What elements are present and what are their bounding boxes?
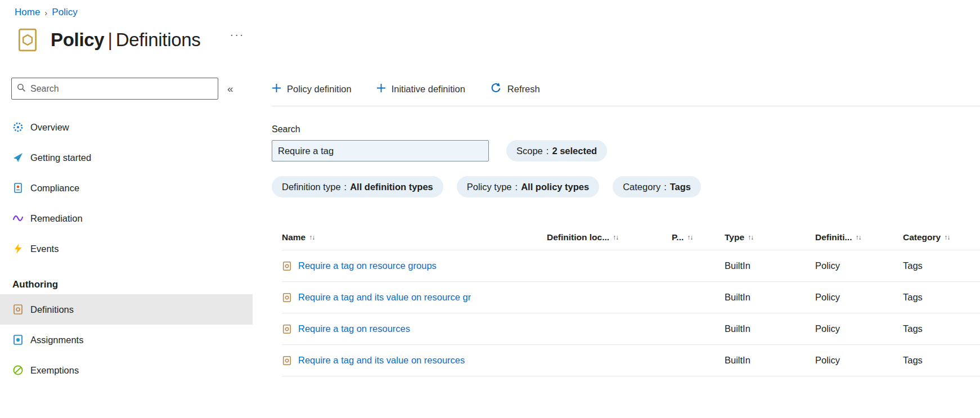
sort-icon: ↑↓: [309, 233, 314, 241]
breadcrumb-separator-icon: ›: [44, 8, 47, 17]
filter-search-label: Search: [272, 124, 980, 134]
remediation-icon: [12, 213, 24, 224]
refresh-icon: [490, 82, 502, 96]
type-cell: BuiltIn: [725, 323, 815, 334]
breadcrumb-home-link[interactable]: Home: [15, 7, 40, 18]
refresh-button[interactable]: Refresh: [490, 82, 540, 96]
initiative-definition-button[interactable]: Initiative definition: [376, 83, 465, 95]
compliance-icon: [12, 182, 24, 194]
table-row[interactable]: Require a tag on resource groups BuiltIn…: [282, 250, 980, 282]
table-row[interactable]: Require a tag on resources BuiltIn Polic…: [282, 313, 980, 345]
policy-type-filter-pill[interactable]: Policy type : All policy types: [457, 176, 599, 197]
definition-name-link[interactable]: Require a tag and its value on resource …: [298, 292, 471, 303]
definitions-icon: [12, 304, 24, 315]
sort-icon: ↑↓: [687, 233, 693, 241]
definition-type-cell: Policy: [815, 292, 903, 303]
sidebar-item-label: Getting started: [30, 152, 91, 163]
definition-name-link[interactable]: Require a tag and its value on resources: [298, 355, 465, 366]
sidebar-item-label: Remediation: [30, 213, 83, 224]
category-cell: Tags: [903, 260, 980, 271]
search-icon: [17, 83, 26, 95]
policy-icon: [15, 27, 41, 53]
sidebar-searchbox[interactable]: [11, 78, 218, 100]
sidebar-item-label: Definitions: [30, 304, 74, 315]
definition-type-filter-pill[interactable]: Definition type : All definition types: [272, 176, 443, 197]
definition-type-cell: Policy: [815, 355, 903, 366]
filter-search-input[interactable]: [272, 140, 489, 161]
main-content: Policy definition Initiative definition …: [253, 78, 980, 376]
assignments-icon: [12, 334, 24, 345]
column-header-policies[interactable]: P...↑↓: [672, 232, 725, 242]
sidebar-collapse-button[interactable]: «: [227, 83, 233, 95]
policy-definition-icon: [282, 324, 292, 334]
category-filter-pill[interactable]: Category : Tags: [613, 176, 701, 197]
sort-icon: ↑↓: [944, 233, 950, 241]
sort-icon: ↑↓: [855, 233, 861, 241]
table-row[interactable]: Require a tag and its value on resource …: [282, 282, 980, 313]
table-row[interactable]: Require a tag and its value on resources…: [282, 345, 980, 376]
type-cell: BuiltIn: [725, 292, 815, 303]
column-header-name[interactable]: Name↑↓: [282, 232, 547, 242]
sidebar-item-label: Compliance: [30, 183, 79, 194]
policy-definition-icon: [282, 356, 292, 366]
page-title: Policy|Definitions: [51, 29, 200, 51]
sidebar-item-exemptions[interactable]: Exemptions: [0, 355, 253, 385]
definitions-table: Name↑↓ Definition loc...↑↓ P...↑↓ Type↑↓…: [272, 224, 980, 376]
category-cell: Tags: [903, 355, 980, 366]
definition-name-link[interactable]: Require a tag on resources: [298, 323, 410, 334]
type-cell: BuiltIn: [725, 260, 815, 271]
sort-icon: ↑↓: [613, 233, 618, 241]
sidebar-item-label: Exemptions: [30, 365, 79, 376]
toolbar-divider: [272, 106, 980, 106]
scope-filter-pill[interactable]: Scope : 2 selected: [506, 140, 607, 161]
category-cell: Tags: [903, 292, 980, 303]
sidebar-item-definitions[interactable]: Definitions: [0, 294, 253, 325]
sidebar-section-authoring: Authoring: [0, 275, 253, 294]
category-cell: Tags: [903, 323, 980, 334]
sidebar-item-label: Overview: [30, 122, 69, 133]
events-icon: [12, 243, 24, 254]
table-header-row: Name↑↓ Definition loc...↑↓ P...↑↓ Type↑↓…: [282, 224, 980, 250]
policy-definition-icon: [282, 293, 292, 303]
more-options-button[interactable]: ···: [230, 28, 244, 41]
sort-icon: ↑↓: [748, 233, 753, 241]
column-header-type[interactable]: Type↑↓: [725, 232, 815, 242]
definition-name-link[interactable]: Require a tag on resource groups: [298, 260, 437, 271]
sidebar-item-assignments[interactable]: Assignments: [0, 325, 253, 355]
sidebar-item-getting-started[interactable]: Getting started: [0, 142, 253, 173]
sidebar-item-compliance[interactable]: Compliance: [0, 173, 253, 203]
sidebar-item-label: Assignments: [30, 335, 83, 345]
policy-definition-icon: [282, 261, 292, 271]
plus-icon: [272, 83, 281, 95]
definition-type-cell: Policy: [815, 260, 903, 271]
policy-definition-button[interactable]: Policy definition: [272, 83, 352, 95]
overview-icon: [12, 122, 24, 133]
definition-type-cell: Policy: [815, 323, 903, 334]
breadcrumb: Home › Policy: [15, 7, 980, 18]
page-header: Policy|Definitions ···: [15, 27, 980, 53]
sidebar-item-overview[interactable]: Overview: [0, 112, 253, 142]
sidebar-item-remediation[interactable]: Remediation: [0, 203, 253, 233]
type-cell: BuiltIn: [725, 355, 815, 366]
sidebar-item-label: Events: [30, 244, 59, 254]
toolbar: Policy definition Initiative definition …: [272, 78, 980, 100]
sidebar-item-events[interactable]: Events: [0, 233, 253, 264]
column-header-category[interactable]: Category↑↓: [903, 232, 980, 242]
sidebar-authoring-nav: Definitions Assignments: [0, 294, 253, 385]
column-header-definition-type[interactable]: Definiti...↑↓: [815, 232, 903, 242]
plus-icon: [376, 83, 386, 95]
sidebar-nav: Overview Getting started: [0, 112, 253, 264]
column-header-definition-location[interactable]: Definition loc...↑↓: [547, 232, 672, 242]
sidebar-search-input[interactable]: [30, 84, 213, 94]
getting-started-icon: [12, 152, 24, 163]
breadcrumb-policy-link[interactable]: Policy: [52, 7, 77, 18]
sidebar: « Overview: [0, 78, 253, 385]
exemptions-icon: [12, 365, 24, 376]
